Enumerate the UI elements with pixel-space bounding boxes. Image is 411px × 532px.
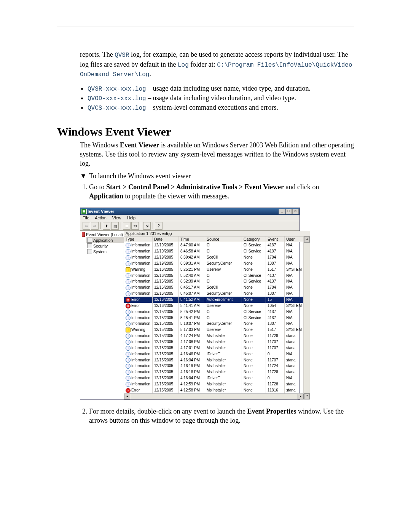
table-row[interactable]: ×Error12/16/20058:41:41 AMUserenvNone105…	[124, 303, 304, 309]
properties-button[interactable]: ☷	[123, 222, 131, 230]
table-row[interactable]: iInformation12/19/20058:39:31 AMSecurity…	[124, 260, 304, 267]
maximize-button[interactable]: □	[285, 209, 292, 214]
table-row[interactable]: iInformation12/19/20058:47:00 AMCiCI Ser…	[124, 242, 304, 248]
list-item: QVOD-xxx-xxx.log – usage data including …	[88, 94, 354, 102]
log-icon	[87, 238, 92, 243]
list-item: QVSR-xxx-xxx.log – usage data including …	[88, 85, 354, 93]
horizontal-scrollbar[interactable]: ◂ ▸	[124, 393, 304, 399]
table-row[interactable]: iInformation12/15/20055:18:07 PMSecurity…	[124, 321, 304, 327]
list-header: Application 1,231 event(s)	[124, 231, 310, 236]
window-titlebar: ▣ Event Viewer _ □ ×	[80, 208, 299, 215]
table-row[interactable]: iInformation12/15/20054:16:16 PMMsiInsta…	[124, 369, 304, 375]
vertical-scrollbar[interactable]: ▴ ▾	[304, 236, 310, 399]
section-intro: The Windows Event Viewer is available on…	[80, 141, 354, 168]
tree-system[interactable]: System	[86, 249, 124, 254]
tree-security[interactable]: Security	[86, 243, 124, 249]
forward-button[interactable]: ⇨	[91, 222, 99, 230]
table-row[interactable]: iInformation12/15/20054:16:46 PMIDriverT…	[124, 351, 304, 357]
menu-file[interactable]: File	[83, 216, 89, 220]
table-row[interactable]: iInformation12/16/20058:52:40 AMCiCI Ser…	[124, 273, 304, 279]
scroll-up-button[interactable]: ▴	[304, 236, 310, 243]
table-row[interactable]: iInformation12/15/20054:12:59 PMMsiInsta…	[124, 381, 304, 387]
section-heading: Windows Event Viewer	[57, 125, 354, 138]
table-row[interactable]: iInformation12/16/20058:45:17 AMSceCliNo…	[124, 284, 304, 291]
steps-list-2: For more details, double-click on any ev…	[80, 407, 354, 425]
tree-application[interactable]: Application	[86, 237, 124, 243]
table-row[interactable]: iInformation12/15/20054:17:01 PMMsiInsta…	[124, 345, 304, 351]
table-row[interactable]: !Warning12/15/20055:17:03 PMUserenvNone1…	[124, 327, 304, 333]
menu-view[interactable]: View	[112, 216, 121, 220]
table-row[interactable]: !Warning12/16/20055:25:21 PMUserenvNone1…	[124, 267, 304, 273]
table-row[interactable]: iInformation12/15/20054:17:24 PMMsiInsta…	[124, 333, 304, 339]
table-row[interactable]: ×Error12/16/20058:41:52 AMAutoEnrollment…	[124, 297, 304, 303]
minimize-button[interactable]: _	[279, 209, 285, 214]
intro-paragraph: reports. The QVSR log, for example, can …	[80, 50, 354, 79]
window-title: Event Viewer	[88, 209, 114, 214]
tree-panel: Event Viewer (Local) Application Securit…	[80, 231, 124, 399]
table-row[interactable]: iInformation12/16/20058:45:07 AMSecurity…	[124, 291, 304, 297]
table-row[interactable]: iInformation12/19/20058:39:42 AMSceCliNo…	[124, 254, 304, 260]
top-rule	[57, 27, 354, 27]
menu-help[interactable]: Help	[127, 216, 136, 220]
tree-root[interactable]: Event Viewer (Local)	[81, 232, 124, 237]
steps-list: Go to Start > Control Panel > Administra…	[80, 182, 354, 201]
scroll-down-button[interactable]: ▾	[304, 393, 310, 399]
log-icon	[87, 243, 92, 248]
table-row[interactable]: ×Error12/15/20054:12:58 PMMsiInstallerNo…	[124, 387, 304, 393]
scroll-left-button[interactable]: ◂	[124, 394, 130, 399]
step-1: Go to Start > Control Panel > Administra…	[89, 182, 354, 201]
log-icon	[87, 249, 92, 254]
log-file-list: QVSR-xxx-xxx.log – usage data including …	[80, 85, 354, 112]
up-button[interactable]: ⬆	[103, 222, 110, 230]
app-icon: ▣	[81, 209, 87, 214]
table-row[interactable]: iInformation12/15/20054:16:19 PMMsiInsta…	[124, 363, 304, 369]
list-item: QVCS-xxx-xxx.log – system-level command …	[88, 104, 354, 112]
column-headers[interactable]: Type Date Time Source Category Event Use…	[124, 236, 304, 242]
table-row[interactable]: iInformation12/15/20055:25:41 PMCiCI Ser…	[124, 315, 304, 321]
table-row[interactable]: iInformation12/19/20058:46:58 AMCiCI Ser…	[124, 248, 304, 254]
menu-action[interactable]: Action	[95, 216, 107, 220]
menu-bar[interactable]: File Action View Help	[80, 215, 299, 221]
book-icon	[82, 232, 85, 237]
show-hide-tree-button[interactable]: ▤	[111, 222, 119, 230]
event-viewer-screenshot: ▣ Event Viewer _ □ × File Action View He…	[80, 208, 354, 399]
toolbar: ⇦ ⇨ ⬆ ▤ ☷ ⟲ ⇲ ?	[80, 221, 299, 231]
help-button[interactable]: ?	[155, 222, 162, 230]
event-rows[interactable]: iInformation12/19/20058:47:00 AMCiCI Ser…	[124, 242, 304, 393]
refresh-button[interactable]: ⟲	[131, 222, 139, 230]
triangle-down-icon: ▼	[80, 172, 88, 180]
table-row[interactable]: iInformation12/15/20054:16:34 PMMsiInsta…	[124, 357, 304, 363]
back-button[interactable]: ⇦	[83, 222, 90, 230]
export-button[interactable]: ⇲	[143, 222, 151, 230]
table-row[interactable]: iInformation12/16/20058:52:39 AMCiCI Ser…	[124, 278, 304, 284]
table-row[interactable]: iInformation12/15/20054:16:04 PMIDriverT…	[124, 375, 304, 381]
launch-line: ▼ To launch the Windows event viewer	[80, 172, 354, 180]
table-row[interactable]: iInformation12/15/20055:25:42 PMCiCI Ser…	[124, 309, 304, 315]
table-row[interactable]: iInformation12/15/20054:17:08 PMMsiInsta…	[124, 339, 304, 345]
step-2: For more details, double-click on any ev…	[89, 407, 354, 425]
scroll-right-button[interactable]: ▸	[298, 394, 304, 399]
list-panel: Application 1,231 event(s) Type Date Tim…	[124, 231, 310, 399]
close-button[interactable]: ×	[292, 209, 299, 214]
